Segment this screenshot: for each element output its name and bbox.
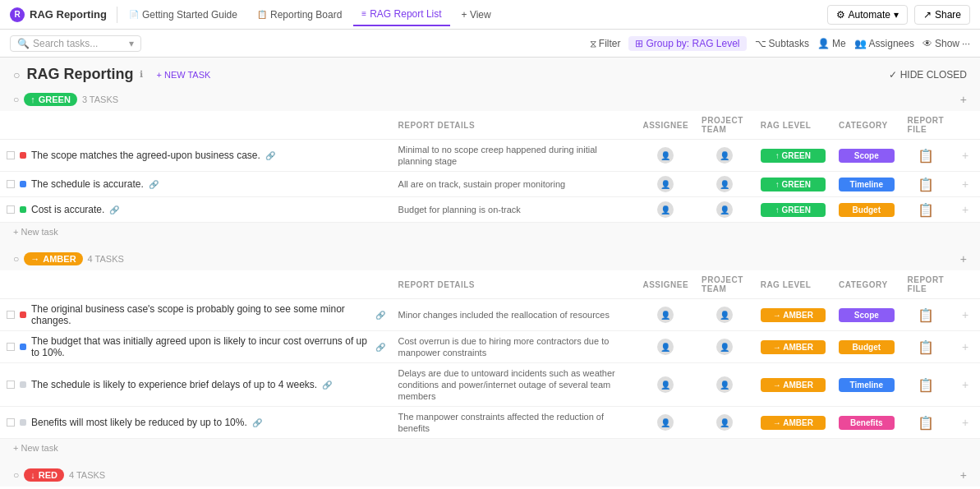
report-file-icon[interactable]: 📋: [918, 378, 934, 392]
page-header-actions: ✓ HIDE CLOSED: [889, 69, 967, 81]
task-name-text: The scope matches the agreed-upon busine…: [31, 150, 260, 161]
page-header-toggle[interactable]: ○: [13, 68, 20, 81]
col-report-details: REPORT DETAILS: [392, 111, 637, 140]
assignee-avatar[interactable]: 👤: [657, 307, 674, 323]
subtasks-button[interactable]: ⌥ Subtasks: [755, 38, 809, 49]
category-badge[interactable]: Budget: [839, 340, 894, 354]
amber-tbody: The original business case's scope is pr…: [0, 299, 980, 439]
report-file-icon[interactable]: 📋: [918, 340, 934, 354]
category-cell: Budget: [832, 197, 900, 223]
assignee-avatar[interactable]: 👤: [657, 339, 674, 355]
task-link-icon[interactable]: 🔗: [252, 418, 262, 427]
automate-chevron: ▾: [894, 9, 899, 21]
task-link-icon[interactable]: 🔗: [375, 343, 385, 352]
group-badge-red[interactable]: ↓ RED: [24, 468, 64, 482]
rag-level-cell: ↑ GREEN: [754, 140, 832, 172]
project-team-avatar[interactable]: 👤: [716, 339, 733, 355]
task-checkbox[interactable]: [7, 343, 15, 351]
group-toggle-green[interactable]: ○: [13, 94, 19, 105]
amber-new-task-link[interactable]: + New task: [13, 443, 58, 453]
add-column-icon[interactable]: +: [962, 149, 968, 162]
category-badge[interactable]: Budget: [839, 203, 894, 217]
task-link-icon[interactable]: 🔗: [265, 151, 275, 160]
filter-icon: ⧖: [590, 38, 596, 49]
automate-button[interactable]: ⚙ Automate ▾: [827, 5, 908, 25]
assignees-button[interactable]: 👥 Assignees: [854, 38, 914, 49]
add-column-icon[interactable]: +: [962, 203, 968, 216]
rag-badge[interactable]: → AMBER: [761, 340, 826, 354]
project-team-avatar[interactable]: 👤: [716, 147, 733, 164]
rag-badge[interactable]: → AMBER: [761, 378, 826, 392]
tab-add-view[interactable]: + View: [453, 3, 499, 26]
task-link-icon[interactable]: 🔗: [375, 311, 385, 320]
assignee-avatar[interactable]: 👤: [657, 147, 674, 164]
rag-level-cell: → AMBER: [754, 407, 832, 439]
category-badge[interactable]: Scope: [839, 149, 894, 163]
assignee-avatar[interactable]: 👤: [657, 176, 674, 192]
rag-badge[interactable]: ↑ GREEN: [761, 203, 826, 217]
rag-badge[interactable]: ↑ GREEN: [761, 149, 826, 163]
add-column-icon[interactable]: +: [962, 416, 968, 429]
task-link-icon[interactable]: 🔗: [109, 205, 119, 215]
category-badge[interactable]: Benefits: [839, 416, 894, 430]
group-badge-green[interactable]: ↑ GREEN: [24, 93, 77, 106]
report-file-icon[interactable]: 📋: [918, 149, 934, 163]
task-checkbox[interactable]: [7, 311, 15, 319]
tab-rag-report-list[interactable]: ≡ RAG Report List: [353, 3, 449, 26]
category-badge[interactable]: Timeline: [839, 178, 894, 191]
green-new-task-link[interactable]: + New task: [13, 227, 58, 237]
tab-reporting-board[interactable]: 📋 Reporting Board: [249, 3, 350, 26]
search-chevron: ▾: [129, 38, 134, 49]
avatar-icon: 👤: [660, 205, 670, 215]
hide-closed-button[interactable]: ✓ HIDE CLOSED: [889, 69, 967, 81]
add-column-icon[interactable]: +: [962, 340, 968, 353]
search-box[interactable]: 🔍 Search tasks... ▾: [10, 35, 141, 52]
project-team-avatar[interactable]: 👤: [716, 307, 733, 323]
category-badge[interactable]: Timeline: [839, 378, 894, 392]
task-checkbox[interactable]: [7, 381, 15, 389]
add-column-icon[interactable]: +: [962, 308, 968, 321]
task-checkbox[interactable]: [7, 418, 15, 427]
task-link-icon[interactable]: 🔗: [149, 180, 159, 189]
filter-button[interactable]: ⧖ Filter: [590, 38, 621, 49]
show-button[interactable]: 👁 Show ···: [922, 38, 970, 49]
assignee-avatar[interactable]: 👤: [657, 376, 674, 393]
rag-badge[interactable]: → AMBER: [761, 416, 826, 430]
red-add-icon[interactable]: +: [960, 468, 967, 482]
task-link-icon[interactable]: 🔗: [322, 381, 332, 390]
new-task-header-button[interactable]: + NEW TASK: [156, 70, 210, 80]
report-file-icon[interactable]: 📋: [918, 308, 934, 322]
project-team-avatar[interactable]: 👤: [716, 201, 733, 218]
report-file-cell: 📋: [901, 299, 951, 331]
group-toggle-red[interactable]: ○: [13, 469, 19, 481]
project-team-avatar[interactable]: 👤: [716, 414, 733, 431]
amber-add-icon[interactable]: +: [960, 252, 967, 265]
add-cell: +: [950, 172, 980, 197]
category-badge[interactable]: Scope: [839, 308, 894, 322]
task-checkbox[interactable]: [7, 205, 15, 214]
add-view-label: + View: [462, 9, 491, 21]
task-checkbox[interactable]: [7, 180, 15, 188]
rag-level-cell: ↑ GREEN: [754, 172, 832, 197]
add-column-icon[interactable]: +: [962, 178, 968, 191]
project-team-avatar[interactable]: 👤: [716, 176, 733, 192]
assignee-avatar[interactable]: 👤: [657, 414, 674, 431]
rag-badge[interactable]: ↑ GREEN: [761, 178, 826, 191]
report-file-cell: 📋: [901, 140, 951, 172]
share-label: Share: [935, 9, 961, 21]
add-column-icon[interactable]: +: [962, 378, 968, 391]
task-checkbox[interactable]: [7, 151, 15, 159]
rag-badge[interactable]: → AMBER: [761, 308, 826, 322]
tab-getting-started[interactable]: 📄 Getting Started Guide: [121, 3, 246, 26]
report-file-icon[interactable]: 📋: [918, 203, 934, 217]
group-badge-amber[interactable]: → AMBER: [24, 252, 82, 265]
report-file-icon[interactable]: 📋: [918, 178, 934, 191]
share-button[interactable]: ↗ Share: [914, 5, 970, 25]
group-by-button[interactable]: ⊞ Group by: RAG Level: [628, 36, 746, 51]
group-toggle-amber[interactable]: ○: [13, 253, 19, 265]
me-button[interactable]: 👤 Me: [817, 38, 846, 49]
project-team-avatar[interactable]: 👤: [716, 376, 733, 393]
green-add-icon[interactable]: +: [960, 93, 967, 106]
assignee-avatar[interactable]: 👤: [657, 201, 674, 218]
report-file-icon[interactable]: 📋: [918, 416, 934, 430]
